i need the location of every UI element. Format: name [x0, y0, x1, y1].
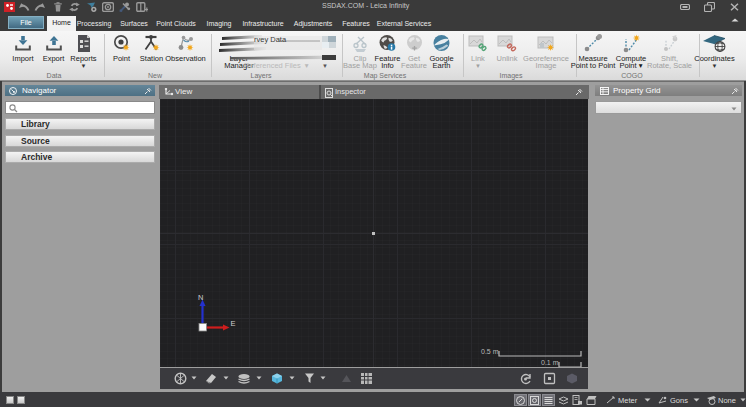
svg-text:E: E [231, 319, 236, 328]
